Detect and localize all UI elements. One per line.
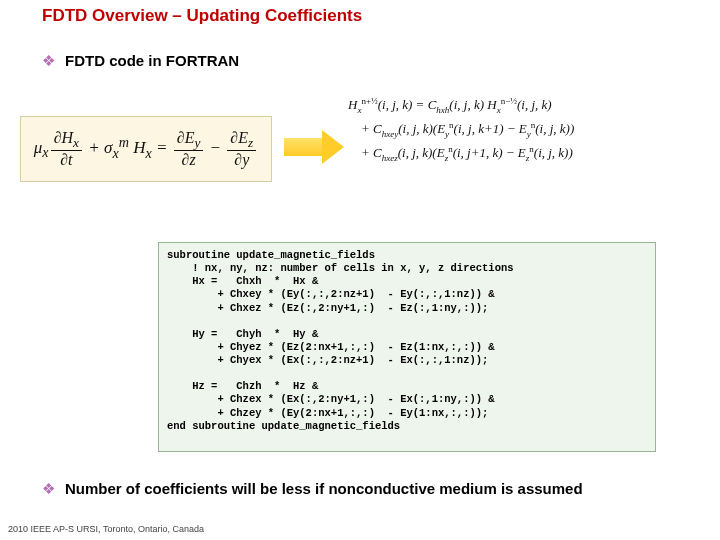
bullet-2: ❖ Number of coefficients will be less if… bbox=[42, 480, 583, 497]
code-block: subroutine update_magnetic_fields ! nx, … bbox=[158, 242, 656, 452]
code-line-7: + Chyez * (Ez(2:nx+1,:,:) - Ez(1:nx,:,:)… bbox=[167, 341, 495, 353]
diamond-bullet-icon: ❖ bbox=[42, 53, 55, 69]
code-line-8: + Chyex * (Ex(:,:,2:nz+1) - Ex(:,:,1:nz)… bbox=[167, 354, 488, 366]
equation-right-line-0: Hxn+½(i, j, k) = Chxh(i, j, k) Hxn−½(i, … bbox=[348, 94, 706, 118]
slide: FDTD Overview – Updating Coefficients ❖ … bbox=[0, 0, 720, 540]
equation-right-line-1: + Chxey(i, j, k)(Eyn(i, j, k+1) − Eyn(i,… bbox=[348, 118, 706, 142]
equation-left-box: μx∂Hx∂t + σxm Hx = ∂Ey∂z − ∂Ez∂y bbox=[20, 116, 272, 182]
page-title: FDTD Overview – Updating Coefficients bbox=[42, 6, 362, 26]
code-line-13: end subroutine update_magnetic_fields bbox=[167, 420, 400, 432]
arrow-body bbox=[284, 138, 322, 156]
arrow-head bbox=[322, 130, 344, 164]
equation-right: Hxn+½(i, j, k) = Chxh(i, j, k) Hxn−½(i, … bbox=[348, 94, 706, 167]
bullet-2-text: Number of coefficients will be less if n… bbox=[65, 480, 583, 497]
bullet-1: ❖ FDTD code in FORTRAN bbox=[42, 52, 239, 69]
code-line-4: + Chxez * (Ez(:,2:ny+1,:) - Ez(:,1:ny,:)… bbox=[167, 302, 488, 314]
bullet-1-text: FDTD code in FORTRAN bbox=[65, 52, 239, 69]
code-line-11: + Chzex * (Ex(:,2:ny+1,:) - Ex(:,1:ny,:)… bbox=[167, 393, 495, 405]
code-line-12: + Chzey * (Ey(2:nx+1,:,:) - Ey(1:nx,:,:)… bbox=[167, 407, 488, 419]
code-line-0: subroutine update_magnetic_fields bbox=[167, 249, 375, 261]
code-line-6: Hy = Chyh * Hy & bbox=[167, 328, 318, 340]
footer-text: 2010 IEEE AP-S URSI, Toronto, Ontario, C… bbox=[8, 524, 204, 534]
code-line-1: ! nx, ny, nz: number of cells in x, y, z… bbox=[167, 262, 514, 274]
code-line-2: Hx = Chxh * Hx & bbox=[167, 275, 318, 287]
code-line-3: + Chxey * (Ey(:,:,2:nz+1) - Ey(:,:,1:nz)… bbox=[167, 288, 495, 300]
equation-left-content: μx∂Hx∂t + σxm Hx = ∂Ey∂z − ∂Ez∂y bbox=[34, 130, 258, 169]
code-line-10: Hz = Chzh * Hz & bbox=[167, 380, 318, 392]
diamond-bullet-icon: ❖ bbox=[42, 481, 55, 497]
equation-right-line-2: + Chxez(i, j, k)(Ezn(i, j+1, k) − Ezn(i,… bbox=[348, 142, 706, 166]
